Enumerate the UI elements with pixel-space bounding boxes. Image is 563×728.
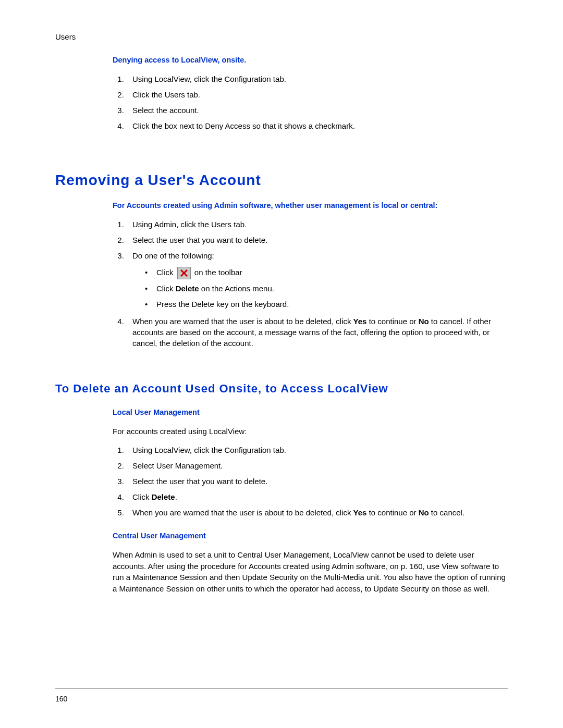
bold-text: Delete [176,284,199,293]
page-number: 160 [55,695,67,703]
page-container: Users Denying access to LocalView, onsit… [0,0,563,728]
sub-bullets: Click on the toolbar Click Delete on the… [132,266,508,311]
list-item: Click Delete on the Actions menu. [145,282,508,295]
list-item: Click the Users tab. [126,89,508,100]
admin-software-heading: For Accounts created using Admin softwar… [113,201,508,209]
list-item: Click the box next to Deny Access so tha… [126,120,508,131]
list-item: Do one of the following: Click on the to… [126,250,508,311]
bold-text: Delete [152,492,175,501]
bold-text: Yes [353,508,367,517]
bold-text: Yes [353,317,367,326]
step-text: Do one of the following: [132,251,214,260]
text: on the Actions menu. [199,284,274,293]
delete-onsite-title: To Delete an Account Used Onsite, to Acc… [55,382,508,396]
list-item: Select the user that you want to delete. [126,235,508,245]
local-steps: Using LocalView, click the Configuration… [126,445,508,518]
list-item: When you are warned that the user is abo… [126,507,508,518]
local-mgmt-block: Local User Management For accounts creat… [113,408,508,595]
list-item: Select the user that you want to delete. [126,476,508,487]
local-mgmt-heading: Local User Management [113,408,508,416]
central-mgmt-heading: Central User Management [113,532,508,540]
removing-account-title: Removing a User's Account [55,172,508,189]
central-para: When Admin is used to set a unit to Cent… [113,549,508,595]
list-item: Click Delete. [126,491,508,502]
text: to continue or [366,317,418,326]
deny-access-heading: Denying access to LocalView, onsite. [113,56,508,64]
running-header: Users [55,32,508,41]
text: Click [156,268,176,277]
text: When you are warned that the user is abo… [132,317,353,326]
text: to cancel. [429,508,464,517]
delete-x-icon [177,267,191,279]
list-item: When you are warned that the user is abo… [126,316,508,349]
deny-access-block: Denying access to LocalView, onsite. Usi… [113,56,508,131]
text: on the toolbar [192,268,242,277]
list-item: Select the account. [126,105,508,116]
list-item: Select User Management. [126,460,508,471]
text: Click [132,492,152,501]
bold-text: No [419,508,429,517]
list-item: Click on the toolbar [145,266,508,279]
list-item: Press the Delete key on the keyboard. [145,298,508,311]
removing-steps: Using Admin, click the Users tab. Select… [126,219,508,349]
list-item: Using LocalView, click the Configuration… [126,73,508,84]
text: to continue or [366,508,418,517]
footer-rule [55,688,508,688]
text: Click [156,284,176,293]
list-item: Using LocalView, click the Configuration… [126,445,508,455]
text: When you are warned that the user is abo… [132,508,353,517]
bold-text: No [419,317,429,326]
text: . [175,492,177,501]
removing-account-block: For Accounts created using Admin softwar… [113,201,508,349]
list-item: Using Admin, click the Users tab. [126,219,508,230]
local-intro: For accounts created using LocalView: [113,426,508,437]
deny-access-steps: Using LocalView, click the Configuration… [126,73,508,131]
